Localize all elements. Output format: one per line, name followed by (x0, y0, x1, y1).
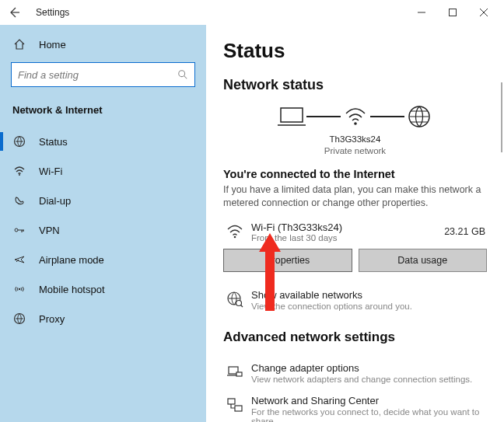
ssid-label: Th3G33ks24 (223, 134, 487, 145)
globe-search-icon (223, 289, 247, 308)
wifi-icon (12, 165, 26, 177)
home-icon (12, 38, 26, 51)
status-icon (12, 135, 26, 148)
wifi-router-icon (341, 105, 370, 128)
svg-point-7 (19, 174, 20, 176)
show-networks-title: Show available networks (251, 289, 487, 301)
nav-label: Status (39, 136, 68, 148)
nav-label: Wi-Fi (39, 166, 62, 177)
nav-dialup[interactable]: Dial-up (0, 186, 206, 215)
svg-point-13 (354, 122, 357, 125)
minimize-button[interactable] (406, 1, 437, 24)
vpn-icon (12, 224, 26, 236)
adapter-sub: View network adapters and change connect… (251, 375, 487, 384)
wifi-period: From the last 30 days (251, 233, 444, 242)
hotspot-icon (12, 283, 26, 295)
sharing-center-link[interactable]: Network and Sharing Center For the netwo… (223, 395, 487, 422)
wifi-usage-row: Wi-Fi (Th3G33ks24) From the last 30 days… (223, 221, 487, 242)
svg-point-9 (19, 288, 20, 290)
svg-point-15 (234, 236, 236, 239)
advanced-heading: Advanced network settings (223, 330, 487, 345)
wifi-usage: 23.21 GB (444, 226, 485, 237)
nav-airplane[interactable]: Airplane mode (0, 245, 206, 274)
properties-button[interactable]: Properties (223, 249, 352, 272)
network-status-heading: Network status (223, 77, 487, 93)
back-button[interactable] (0, 0, 28, 25)
show-networks-link[interactable]: Show available networks View the connect… (223, 289, 487, 311)
network-type-label: Private network (223, 145, 487, 157)
dialup-icon (12, 194, 26, 207)
svg-rect-23 (235, 406, 242, 411)
maximize-button[interactable] (437, 1, 468, 24)
nav-hotspot[interactable]: Mobile hotspot (0, 274, 206, 304)
section-header: Network & Internet (0, 96, 206, 127)
show-networks-sub: View the connection options around you. (251, 302, 487, 311)
globe-icon (404, 104, 434, 129)
search-icon (177, 69, 188, 80)
adapter-title: Change adapter options (251, 362, 487, 374)
nav-label: Mobile hotspot (39, 284, 105, 295)
svg-rect-11 (281, 108, 303, 122)
svg-rect-1 (450, 9, 457, 16)
sharing-title: Network and Sharing Center (251, 395, 487, 406)
home-nav[interactable]: Home (0, 30, 206, 59)
wifi-icon (223, 222, 247, 241)
airplane-icon (12, 253, 26, 266)
data-usage-button[interactable]: Data usage (359, 249, 488, 272)
nav-label: VPN (39, 225, 60, 236)
svg-point-17 (236, 300, 242, 305)
nav-vpn[interactable]: VPN (0, 215, 206, 245)
adapter-options-link[interactable]: Change adapter options View network adap… (223, 362, 487, 384)
svg-line-18 (241, 305, 243, 307)
proxy-icon (12, 312, 26, 325)
close-button[interactable] (468, 1, 499, 24)
sidebar: Home Network & Internet Status Wi-Fi Dia… (0, 25, 206, 422)
page-title: Status (223, 39, 487, 63)
nav-label: Dial-up (39, 195, 71, 207)
svg-rect-22 (228, 399, 235, 404)
nav-wifi[interactable]: Wi-Fi (0, 156, 206, 186)
nav-proxy[interactable]: Proxy (0, 304, 206, 333)
diagram-caption: Th3G33ks24 Private network (223, 134, 487, 157)
nav-label: Proxy (39, 313, 65, 325)
sharing-icon (223, 395, 247, 413)
home-label: Home (39, 39, 66, 51)
svg-point-4 (179, 71, 185, 77)
connected-desc: If you have a limited data plan, you can… (223, 183, 487, 211)
scrollbar[interactable] (501, 82, 503, 152)
network-diagram (223, 104, 487, 129)
search-input[interactable] (18, 69, 177, 81)
adapter-icon (223, 362, 247, 381)
search-box[interactable] (11, 62, 195, 87)
arrow-left-icon (8, 6, 20, 19)
app-title: Settings (36, 7, 69, 18)
main-content: Status Network status Th3G33ks24 Private… (206, 25, 504, 422)
nav-status[interactable]: Status (0, 127, 206, 156)
svg-rect-21 (236, 372, 242, 376)
nav-label: Airplane mode (39, 254, 104, 266)
svg-line-5 (184, 76, 187, 79)
svg-point-8 (15, 228, 18, 232)
connected-title: You're connected to the Internet (223, 168, 487, 180)
sharing-sub: For the networks you connect to, decide … (251, 407, 487, 422)
pc-icon (277, 105, 306, 128)
wifi-name: Wi-Fi (Th3G33ks24) (251, 221, 444, 233)
